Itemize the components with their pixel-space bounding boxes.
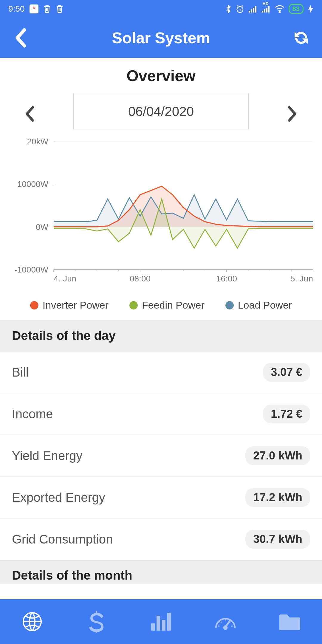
back-button[interactable]	[12, 29, 30, 47]
legend-load: Load Power	[225, 299, 292, 311]
svg-text:20kW: 20kW	[27, 138, 48, 146]
svg-text:ᴰ: ᴰ	[32, 6, 35, 12]
legend-feedin: Feedin Power	[129, 299, 205, 311]
trash-icon	[43, 4, 51, 13]
nav-gauge[interactable]	[193, 599, 258, 644]
bluetooth-icon	[225, 4, 231, 13]
svg-rect-6	[255, 6, 256, 13]
svg-rect-9	[266, 8, 267, 13]
chart-legend: Inverter Power Feedin Power Load Power	[0, 296, 322, 320]
svg-rect-44	[151, 623, 155, 631]
svg-point-48	[224, 626, 227, 629]
svg-rect-47	[167, 613, 171, 631]
detail-label: Bill	[12, 365, 29, 380]
app-bar: Solar System	[0, 18, 322, 58]
details-month-header: Details of the month	[0, 560, 322, 584]
status-time: 9:50	[8, 4, 25, 14]
svg-rect-49	[279, 618, 300, 630]
detail-row[interactable]: Yield Energy27.0 kWh	[0, 435, 322, 477]
selected-date: 06/04/2020	[128, 104, 194, 119]
detail-label: Grid Consumption	[12, 532, 113, 547]
signal-icon	[249, 5, 258, 13]
signal-hd-icon: HD	[262, 5, 271, 13]
svg-rect-4	[251, 9, 252, 13]
svg-text:-10000W: -10000W	[14, 265, 48, 274]
nav-folder[interactable]	[258, 599, 322, 644]
svg-text:0W: 0W	[36, 222, 49, 232]
svg-rect-7	[262, 11, 263, 13]
svg-rect-46	[162, 620, 165, 631]
trash-icon	[56, 4, 64, 13]
status-bar: 9:50 ᴰ HD 83	[0, 0, 322, 18]
dot-icon	[129, 301, 138, 309]
svg-text:08:00: 08:00	[130, 274, 151, 283]
refresh-button[interactable]	[292, 29, 310, 47]
detail-row[interactable]: Bill3.07 €	[0, 352, 322, 393]
power-chart[interactable]: -10000W0W10000W20kW4. Jun08:0016:005. Ju…	[0, 135, 322, 296]
nav-chart[interactable]	[129, 599, 193, 644]
legend-inverter: Inverter Power	[30, 299, 109, 311]
alarm-icon	[236, 4, 244, 13]
details-day-list: Bill3.07 €Income1.72 €Yield Energy27.0 k…	[0, 352, 322, 560]
detail-value: 17.2 kWh	[245, 488, 310, 507]
svg-text:10000W: 10000W	[17, 179, 49, 189]
detail-label: Yield Energy	[12, 449, 83, 463]
charging-icon	[308, 4, 314, 13]
date-navigation: 06/04/2020	[0, 94, 322, 135]
nav-dollar[interactable]	[64, 599, 129, 644]
detail-label: Income	[12, 407, 53, 421]
detail-value: 27.0 kWh	[245, 446, 310, 465]
svg-text:4. Jun: 4. Jun	[54, 274, 76, 283]
svg-point-11	[279, 12, 280, 13]
battery-level: 83	[289, 4, 304, 14]
detail-label: Exported Energy	[12, 490, 105, 505]
svg-rect-5	[253, 8, 254, 13]
app-badge-icon: ᴰ	[30, 4, 38, 13]
detail-value: 30.7 kWh	[245, 530, 310, 549]
date-picker[interactable]: 06/04/2020	[73, 94, 249, 129]
detail-row[interactable]: Income1.72 €	[0, 393, 322, 435]
detail-value: 3.07 €	[263, 363, 310, 382]
page-title: Solar System	[112, 29, 210, 47]
chart-canvas: -10000W0W10000W20kW4. Jun08:0016:005. Ju…	[6, 138, 316, 293]
svg-rect-45	[157, 616, 160, 631]
svg-rect-8	[264, 9, 265, 13]
next-date-button[interactable]	[286, 106, 298, 117]
nav-globe[interactable]	[0, 599, 64, 644]
dot-icon	[225, 301, 234, 309]
svg-rect-10	[268, 6, 270, 13]
details-day-header: Details of the day	[0, 320, 322, 352]
bottom-nav	[0, 599, 322, 644]
detail-row[interactable]: Exported Energy17.2 kWh	[0, 477, 322, 518]
overview-title: Overview	[0, 58, 322, 94]
svg-text:5. Jun: 5. Jun	[290, 274, 313, 283]
detail-value: 1.72 €	[263, 405, 310, 423]
prev-date-button[interactable]	[24, 106, 36, 117]
svg-rect-3	[249, 11, 250, 13]
detail-row[interactable]: Grid Consumption30.7 kWh	[0, 518, 322, 560]
dot-icon	[30, 301, 38, 309]
wifi-icon	[275, 5, 284, 13]
svg-text:16:00: 16:00	[216, 274, 237, 283]
